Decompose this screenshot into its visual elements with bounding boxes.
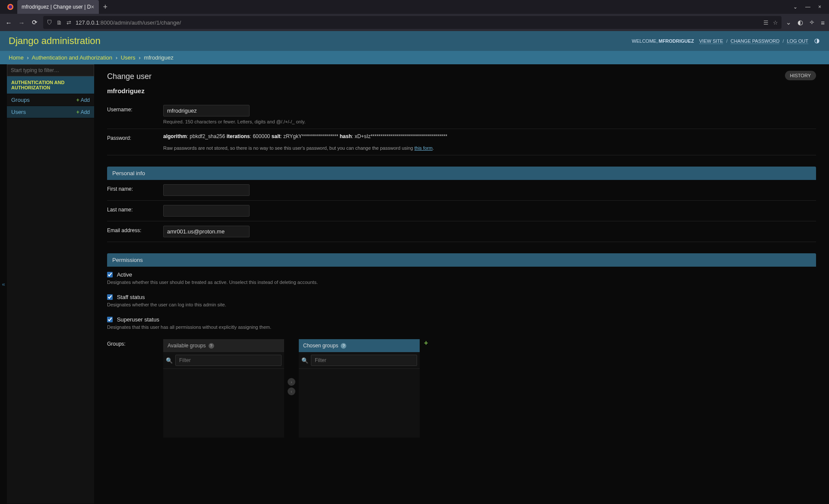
- theme-toggle-icon[interactable]: [813, 38, 820, 44]
- menu-icon[interactable]: ≡: [821, 19, 825, 26]
- window-controls: ⌄ — ×: [793, 4, 826, 10]
- main-content: HISTORY Change user mfrodriguez Username…: [94, 64, 829, 504]
- sidebar-item-groups[interactable]: Groups +Add: [7, 94, 94, 106]
- new-tab-button[interactable]: +: [99, 3, 112, 12]
- superuser-checkbox[interactable]: [107, 317, 113, 322]
- username-label: Username:: [107, 105, 163, 113]
- move-left-icon[interactable]: ‹: [288, 387, 295, 395]
- sidebar-add-groups[interactable]: +Add: [76, 97, 90, 103]
- sidebar-item-users[interactable]: Users +Add: [7, 106, 94, 118]
- minimize-icon[interactable]: —: [805, 4, 810, 10]
- staff-checkbox[interactable]: [107, 294, 113, 300]
- row-staff: Staff status: [107, 289, 816, 302]
- move-right-icon[interactable]: ›: [288, 378, 295, 386]
- row-email: Email address:: [107, 221, 816, 242]
- superuser-label[interactable]: Superuser status: [117, 316, 159, 323]
- browser-tab[interactable]: mfrodriguez | Change user | D ×: [17, 0, 99, 14]
- available-list[interactable]: [163, 369, 284, 438]
- history-button[interactable]: HISTORY: [785, 71, 816, 80]
- groups-label: Groups:: [107, 339, 163, 438]
- chevron-down-icon[interactable]: ⌄: [793, 4, 797, 10]
- sidebar-app-caption[interactable]: AUTHENTICATION AND AUTHORIZATION: [7, 76, 94, 94]
- sidebar-filter-input[interactable]: [7, 64, 94, 76]
- search-icon: 🔍: [301, 357, 308, 364]
- site-title[interactable]: Django administration: [9, 35, 101, 47]
- object-tools: HISTORY: [785, 72, 816, 79]
- row-password: Password: algorithm: pbkdf2_sha256 itera…: [107, 129, 816, 155]
- first-name-input[interactable]: [163, 184, 250, 196]
- sidebar-add-users[interactable]: +Add: [76, 109, 90, 115]
- chosen-groups-header: Chosen groups ?: [299, 339, 420, 352]
- chosen-filter-input[interactable]: [311, 355, 417, 366]
- collapse-sidebar-icon[interactable]: «: [2, 281, 5, 287]
- section-personal-info: Personal info: [107, 167, 816, 180]
- forward-button: →: [17, 19, 26, 26]
- url-bar[interactable]: ⛉ 🗎 ⇄ 127.0.0.1:8000/admin/auth/user/1/c…: [43, 16, 782, 29]
- welcome-text: WELCOME,: [632, 38, 658, 44]
- django-header: Django administration WELCOME, MFRODRIGU…: [0, 31, 829, 51]
- svg-point-1: [9, 5, 12, 9]
- nav-bar: ← → ⟳ ⛉ 🗎 ⇄ 127.0.0.1:8000/admin/auth/us…: [0, 14, 829, 31]
- pocket-icon[interactable]: ⌄: [786, 19, 791, 26]
- selector-controls: › ‹: [287, 339, 296, 395]
- tab-title: mfrodriguez | Change user | D: [22, 4, 91, 10]
- change-password-form-link[interactable]: this form: [414, 145, 433, 151]
- page-title: Change user: [107, 72, 816, 81]
- row-groups: Groups: Available groups ? 🔍 › ‹: [107, 334, 816, 438]
- sidebar-item-label[interactable]: Users: [11, 109, 26, 115]
- section-permissions: Permissions: [107, 253, 816, 267]
- row-superuser: Superuser status: [107, 312, 816, 324]
- active-label[interactable]: Active: [117, 271, 132, 278]
- change-password-link[interactable]: CHANGE PASSWORD: [731, 38, 779, 44]
- chosen-groups-selector: Chosen groups ? 🔍: [299, 339, 420, 438]
- chosen-list[interactable]: [299, 369, 420, 438]
- tab-bar: mfrodriguez | Change user | D × + ⌄ — ×: [0, 0, 829, 14]
- reload-button[interactable]: ⟳: [30, 19, 39, 26]
- add-group-icon[interactable]: +: [424, 339, 428, 347]
- breadcrumb-object: mfrodriguez: [144, 54, 174, 61]
- back-button[interactable]: ←: [4, 19, 13, 26]
- available-groups-selector: Available groups ? 🔍: [163, 339, 284, 438]
- search-icon: 🔍: [166, 357, 173, 364]
- plus-icon: +: [76, 109, 79, 115]
- bookmark-icon[interactable]: ☆: [773, 19, 778, 26]
- close-icon[interactable]: ×: [91, 3, 94, 10]
- view-site-link[interactable]: VIEW SITE: [699, 38, 723, 44]
- available-filter-input[interactable]: [175, 355, 282, 366]
- reader-icon[interactable]: ☰: [763, 19, 769, 26]
- row-first-name: First name:: [107, 180, 816, 201]
- breadcrumb-app[interactable]: Authentication and Authorization: [32, 54, 112, 61]
- password-note: Raw passwords are not stored, so there i…: [163, 145, 816, 151]
- first-name-label: First name:: [107, 184, 163, 192]
- row-last-name: Last name:: [107, 201, 816, 221]
- permissions-icon[interactable]: ⇄: [66, 19, 71, 26]
- password-info: algorithm: pbkdf2_sha256 iterations: 600…: [163, 133, 816, 139]
- sidebar-toggle-column: «: [0, 64, 7, 504]
- last-name-input[interactable]: [163, 205, 250, 217]
- url-text: 127.0.0.1:8000/admin/auth/user/1/change/: [76, 19, 759, 26]
- account-icon[interactable]: ◐: [797, 19, 803, 26]
- sidebar: AUTHENTICATION AND AUTHORIZATION Groups …: [7, 64, 94, 504]
- welcome-user: MFRODRIGUEZ: [658, 38, 694, 44]
- superuser-help: Designates that this user has all permis…: [107, 324, 816, 330]
- row-username: Username: Required. 150 characters or fe…: [107, 101, 816, 129]
- staff-label[interactable]: Staff status: [117, 294, 145, 300]
- toolbar-right: ⌄ ◐ ✧ ≡: [786, 19, 825, 26]
- close-window-icon[interactable]: ×: [818, 4, 821, 10]
- active-checkbox[interactable]: [107, 272, 113, 277]
- breadcrumb-home[interactable]: Home: [9, 54, 24, 61]
- help-icon[interactable]: ?: [341, 343, 346, 349]
- sidebar-item-label[interactable]: Groups: [11, 97, 30, 103]
- email-label: Email address:: [107, 226, 163, 233]
- logout-link[interactable]: LOG OUT: [787, 38, 808, 44]
- shield-icon[interactable]: ⛉: [47, 19, 52, 26]
- username-input[interactable]: [163, 105, 250, 117]
- breadcrumb-model[interactable]: Users: [121, 54, 136, 61]
- page-info-icon[interactable]: 🗎: [57, 19, 62, 26]
- extensions-icon[interactable]: ✧: [809, 19, 815, 26]
- row-active: Active: [107, 267, 816, 280]
- breadcrumb: Home › Authentication and Authorization …: [0, 51, 829, 64]
- active-help: Designates whether this user should be t…: [107, 280, 816, 285]
- help-icon[interactable]: ?: [209, 343, 214, 349]
- email-input[interactable]: [163, 226, 250, 237]
